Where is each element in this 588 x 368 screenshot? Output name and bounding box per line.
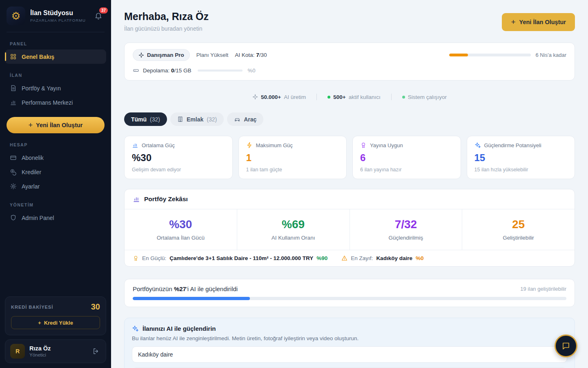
sidebar-item-overview[interactable]: Genel Bakış <box>5 49 106 64</box>
bar-chart-icon <box>133 195 140 203</box>
plan-badge[interactable]: Danışman Pro <box>133 49 190 61</box>
sparkle-icon <box>138 52 144 58</box>
credit-balance-value: 30 <box>91 302 100 312</box>
quota-progress-track <box>449 54 531 56</box>
bar-chart-icon <box>10 99 17 106</box>
category-tabs: Tümü (32) Emlak (32) Araç <box>124 112 575 126</box>
plan-badge-label: Danışman Pro <box>147 52 184 58</box>
portfolio-label: AI Kullanım Oranı <box>237 235 350 241</box>
nav-section-ilan: İLAN <box>10 73 101 78</box>
stat-card-sub: Gelişim devam ediyor <box>132 167 225 173</box>
status-dot-icon <box>402 96 405 99</box>
create-listing-label: Yeni İlan Oluştur <box>519 19 566 25</box>
strongest-text: Çamlıdere'de 3+1 Satılık Daire - 110m² -… <box>169 255 313 261</box>
user-card[interactable]: R Rıza Öz Yönetici <box>5 339 106 363</box>
chat-icon <box>561 341 571 351</box>
plan-expiry: 6 Nis'a kadar <box>536 52 566 58</box>
tab-all[interactable]: Tümü (32) <box>124 112 167 126</box>
ai-progress-fill <box>133 297 250 300</box>
sidebar-spacer <box>0 225 111 296</box>
user-role: Yönetici <box>29 352 87 357</box>
shield-icon <box>10 214 17 221</box>
storage-used: 0 <box>171 67 174 74</box>
plus-icon: + <box>38 320 41 326</box>
nav-section-hesap: HESAP <box>10 142 101 147</box>
stat-card-value: 1 <box>246 152 339 164</box>
portfolio-value: 25 <box>462 218 575 231</box>
logout-button[interactable] <box>91 346 101 356</box>
portfolio-label: Geliştirilebilir <box>462 235 575 241</box>
page-title: Merhaba, Rıza Öz <box>124 11 209 22</box>
sidebar-item-label: Admin Panel <box>22 215 54 221</box>
stat-card-title: Güçlendirme Potansiyeli <box>484 142 541 148</box>
weakest-label: En Zayıf: <box>351 255 373 261</box>
portfolio-label: Ortalama İlan Gücü <box>125 235 237 241</box>
stat-card-title: Ortalama Güç <box>142 142 175 148</box>
portfolio-value: %69 <box>237 218 350 231</box>
tab-label: Araç <box>244 116 256 123</box>
sidebar-item-performance[interactable]: Performans Merkezi <box>5 95 106 110</box>
notifications-button[interactable]: 37 <box>92 10 105 22</box>
stat-card-value: 15 <box>474 152 568 164</box>
sidebar-item-credits[interactable]: Krediler <box>5 165 106 179</box>
stat-card-sub: 6 ilan yayına hazır <box>360 167 453 173</box>
user-meta: Rıza Öz Yönetici <box>29 345 87 357</box>
award-icon <box>133 255 139 261</box>
award-icon <box>360 142 367 148</box>
tab-label: Emlak <box>187 116 203 123</box>
platform-stats-strip: 50.000+AI üretim 500+aktif kullanıcı Sis… <box>124 94 575 100</box>
storage-total: /15 GB <box>174 67 192 74</box>
stat-card-sub: 15 ilan hızla yükselebilir <box>474 167 568 173</box>
page-header: Merhaba, Rıza Öz İlan gücünüzü buradan y… <box>124 11 575 32</box>
ai-quota-used: 7 <box>256 52 259 58</box>
sidebar-item-portfolio[interactable]: Portföy & Yayın <box>5 81 106 95</box>
grid-icon <box>10 53 17 60</box>
stat-card-sub: 1 ilan tam güçte <box>246 167 339 173</box>
portfolio-col-ai-usage: %69 AI Kullanım Oranı <box>237 209 350 250</box>
document-icon <box>10 85 17 92</box>
tab-count: (32) <box>207 116 217 123</box>
stat-card-average-power: Ortalama Güç %30 Gelişim devam ediyor <box>124 136 233 179</box>
sidebar: ⚙ İlan Stüdyosu PAZARLAMA PLATFORMU 37 P… <box>0 0 111 368</box>
strongest-label: En Güçlü: <box>142 255 166 261</box>
listing-item-kadikoy[interactable]: Kadıköy daire <box>132 346 567 363</box>
zap-icon <box>246 142 253 148</box>
stat-card-publish-ready: Yayına Uygun 6 6 ilan yayına hazır <box>352 136 461 179</box>
car-icon <box>234 116 241 123</box>
sidebar-item-subscription[interactable]: Abonelik <box>5 150 106 165</box>
sidebar-item-admin-panel[interactable]: Admin Panel <box>5 211 106 225</box>
sidebar-create-listing-button[interactable]: + Yeni İlan Oluştur <box>7 117 105 133</box>
green-dot-icon <box>327 96 330 99</box>
sidebar-item-label: Krediler <box>22 169 41 175</box>
sparkles-icon <box>132 325 139 332</box>
ai-boost-section: İlanınızı AI ile güçlendirin Bu ilanlar … <box>124 318 575 368</box>
app-title: İlan Stüdyosu <box>30 9 87 17</box>
stat-card-title: Maksimum Güç <box>256 142 293 148</box>
tab-emlak[interactable]: Emlak (32) <box>170 112 224 126</box>
stat-card-value: 6 <box>360 152 453 164</box>
load-credits-label: Kredi Yükle <box>44 320 73 326</box>
upgrade-plan-link[interactable]: Planı Yükselt <box>196 52 229 58</box>
ai-progress-track <box>133 297 566 300</box>
portfolio-value: %30 <box>125 218 237 231</box>
credit-card-icon <box>10 154 17 161</box>
warning-icon <box>341 255 347 261</box>
create-listing-button[interactable]: + Yeni İlan Oluştur <box>502 13 575 31</box>
stat-ai-generations: 50.000+AI üretim <box>252 94 306 100</box>
sidebar-item-settings[interactable]: Ayarlar <box>5 179 106 193</box>
notification-badge: 37 <box>99 7 108 13</box>
stat-cards-row: Ortalama Güç %30 Gelişim devam ediyor Ma… <box>124 136 575 179</box>
app-title-block: İlan Stüdyosu PAZARLAMA PLATFORMU <box>30 9 87 22</box>
chat-fab-button[interactable] <box>555 334 577 357</box>
portfolio-col-average: %30 Ortalama İlan Gücü <box>125 209 237 250</box>
nav-section-panel: PANEL <box>10 41 101 46</box>
plus-icon: + <box>511 18 515 27</box>
app-subtitle: PAZARLAMA PLATFORMU <box>30 18 87 22</box>
credit-balance-label: KREDİ BAKİYESİ <box>11 305 53 310</box>
stat-card-max-power: Maksimum Güç 1 1 ilan tam güçte <box>238 136 347 179</box>
sidebar-item-label: Abonelik <box>22 155 44 161</box>
stat-system-status: Sistem çalışıyor <box>402 94 447 100</box>
load-credits-button[interactable]: + Kredi Yükle <box>11 316 100 329</box>
bar-chart-icon <box>132 142 138 148</box>
tab-arac[interactable]: Araç <box>227 112 263 126</box>
